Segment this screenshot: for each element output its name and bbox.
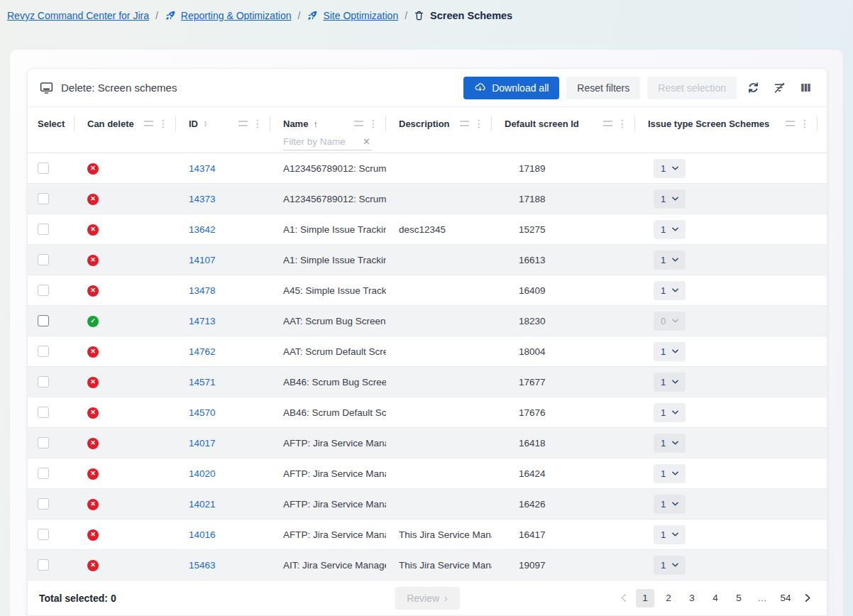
row-checkbox[interactable]	[38, 224, 49, 235]
pagination-page[interactable]: 1	[636, 589, 654, 607]
row-checkbox[interactable]	[38, 468, 49, 479]
column-header-name[interactable]: Name ↑ ⋮	[270, 116, 386, 131]
row-name: A45: Simple Issue Tracking	[270, 285, 386, 296]
row-checkbox[interactable]	[38, 376, 49, 387]
row-checkbox[interactable]	[38, 437, 49, 449]
filter-lines-icon[interactable]	[786, 121, 795, 126]
row-id-link[interactable]: 14570	[189, 407, 216, 418]
columns-icon[interactable]	[796, 78, 815, 97]
pagination-page[interactable]: 4	[706, 589, 725, 607]
issue-type-count-dropdown[interactable]: 1	[654, 373, 686, 392]
filter-lines-icon[interactable]	[460, 121, 469, 126]
row-checkbox[interactable]	[38, 498, 49, 510]
row-default-screen-id: 18230	[492, 316, 635, 326]
issue-type-count-dropdown[interactable]: 1	[654, 189, 686, 209]
reset-selection-button[interactable]: Reset selection	[647, 77, 737, 99]
column-menu-icon[interactable]: ⋮	[800, 119, 810, 128]
row-checkbox[interactable]	[38, 193, 49, 204]
chevron-down-icon	[672, 471, 678, 475]
breadcrumb-current-page: Screen Schemes	[414, 10, 512, 21]
row-checkbox[interactable]	[38, 407, 49, 418]
issue-type-count-dropdown[interactable]: 1	[654, 220, 686, 239]
filter-lines-icon[interactable]	[238, 121, 248, 126]
reset-filters-button[interactable]: Reset filters	[566, 77, 640, 99]
row-id-link[interactable]: 14713	[189, 316, 216, 326]
cannot-delete-icon: ✕	[87, 499, 99, 510]
clear-filter-icon[interactable]: ✕	[361, 136, 372, 147]
row-checkbox[interactable]	[38, 315, 49, 326]
row-id-link[interactable]: 13478	[189, 285, 216, 296]
issue-type-count-dropdown[interactable]: 1	[654, 464, 686, 483]
issue-type-count-dropdown[interactable]: 1	[654, 281, 686, 300]
column-header-id[interactable]: ID ▲▼ ⋮	[176, 116, 270, 131]
column-menu-icon[interactable]: ⋮	[253, 119, 263, 128]
sort-carets-icon[interactable]: ▲▼	[203, 120, 208, 128]
filter-lines-icon[interactable]	[354, 121, 363, 126]
table-row: ✕13642A1: Simple Issue Trackingdesc12345…	[28, 214, 827, 245]
row-default-screen-id: 16426	[492, 499, 635, 510]
row-id-link[interactable]: 15463	[189, 560, 216, 571]
row-default-screen-id: 17189	[492, 163, 635, 174]
issue-type-count-dropdown[interactable]: 1	[654, 525, 686, 544]
table-row: ✕14373A123456789012: Scrum De171881	[28, 184, 827, 214]
issue-type-count-dropdown[interactable]: 0	[654, 312, 686, 331]
filter-lines-icon[interactable]	[603, 121, 612, 126]
issue-type-count-dropdown[interactable]: 1	[654, 434, 686, 453]
chevron-down-icon	[672, 197, 678, 201]
column-menu-icon[interactable]: ⋮	[474, 119, 484, 128]
row-checkbox[interactable]	[38, 254, 49, 265]
issue-type-count-dropdown[interactable]: 1	[654, 403, 686, 422]
column-menu-icon[interactable]: ⋮	[368, 119, 378, 128]
column-header-issue-type-screen-schemes: Issue type Screen Schemes ⋮	[635, 116, 818, 131]
download-all-button[interactable]: Download all	[463, 77, 559, 99]
issue-type-count-dropdown[interactable]: 1	[654, 495, 686, 514]
row-id-link[interactable]: 13642	[189, 224, 216, 235]
row-id-link[interactable]: 14762	[189, 346, 216, 357]
pagination-page[interactable]: 5	[730, 589, 748, 607]
row-checkbox[interactable]	[38, 163, 49, 174]
row-id-link[interactable]: 14017	[189, 438, 216, 449]
review-button[interactable]: Review ›	[395, 587, 460, 610]
cannot-delete-icon: ✕	[87, 468, 99, 480]
chevron-down-icon	[672, 563, 678, 567]
breadcrumb-link-revyz-command-center[interactable]: Revyz Command Center for Jira	[7, 10, 149, 21]
pagination-next-icon[interactable]	[800, 589, 815, 607]
breadcrumb-separator: /	[405, 10, 407, 21]
column-header-default-screen-id: Default screen Id ⋮	[492, 116, 635, 131]
row-id-link[interactable]: 14020	[189, 468, 216, 479]
name-filter-input[interactable]	[283, 136, 361, 147]
column-menu-icon[interactable]: ⋮	[158, 119, 168, 128]
issue-type-count-dropdown[interactable]: 1	[654, 342, 686, 361]
breadcrumb-link-site-optimization[interactable]: Site Optimization	[323, 10, 398, 21]
refresh-icon[interactable]	[744, 78, 763, 97]
issue-type-count-dropdown[interactable]: 1	[654, 556, 686, 575]
row-name: AIT: Jira Service Managem	[270, 560, 386, 571]
pagination-page[interactable]: 3	[683, 589, 701, 607]
row-checkbox[interactable]	[38, 529, 49, 540]
pagination-page[interactable]: 2	[659, 589, 678, 607]
row-default-screen-id: 16424	[492, 468, 635, 479]
row-id-link[interactable]: 14373	[189, 194, 216, 204]
row-id-link[interactable]: 14107	[189, 255, 216, 265]
row-name: A123456789012: Scrum De	[270, 194, 386, 204]
pagination-page[interactable]: 54	[776, 589, 795, 607]
pagination-prev-icon[interactable]	[615, 589, 631, 607]
column-menu-icon[interactable]: ⋮	[617, 119, 627, 128]
issue-type-count-dropdown[interactable]: 1	[654, 159, 686, 178]
row-checkbox[interactable]	[38, 285, 49, 296]
trash-icon	[414, 10, 424, 21]
row-id-link[interactable]: 14016	[189, 529, 216, 540]
sort-ascending-icon[interactable]: ↑	[313, 119, 318, 129]
table-row: ✕14374A123456789012: Scrum Bu171891	[28, 153, 827, 184]
filter-off-icon[interactable]	[770, 78, 789, 97]
card-actions: Download all Reset filters Reset selecti…	[463, 77, 815, 99]
breadcrumb-link-reporting-optimization[interactable]: Reporting & Optimization	[181, 10, 292, 21]
filter-lines-icon[interactable]	[144, 121, 153, 126]
row-checkbox[interactable]	[38, 559, 49, 571]
row-checkbox[interactable]	[38, 346, 49, 357]
row-id-link[interactable]: 14374	[189, 163, 216, 174]
row-id-link[interactable]: 14571	[189, 377, 216, 387]
issue-type-count-dropdown[interactable]: 1	[654, 251, 686, 270]
row-name: AFTP: Jira Service Manage	[270, 529, 386, 540]
row-id-link[interactable]: 14021	[189, 499, 216, 510]
